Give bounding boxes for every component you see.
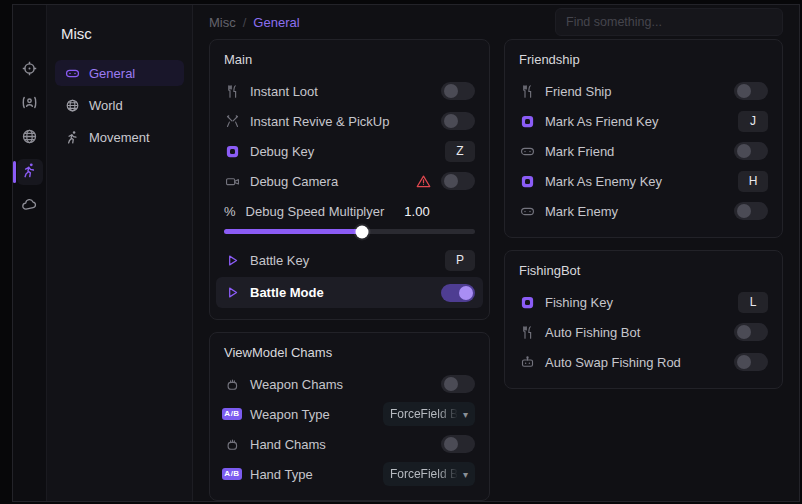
settings-columns: Main Instant Loot Instant Revive & PickU… xyxy=(209,39,783,501)
camera-icon xyxy=(519,354,535,370)
sidebar-item-label: Movement xyxy=(89,130,150,145)
gamepad-icon xyxy=(519,203,535,219)
rail-item-players[interactable] xyxy=(17,91,43,117)
main-area: Misc / General Main Instant Loot xyxy=(193,5,799,501)
group-viewmodel-chams: ViewModel Chams Weapon Chams A/B Weapon … xyxy=(209,332,490,501)
setting-label: Instant Revive & PickUp xyxy=(250,114,389,129)
runner-icon xyxy=(65,130,80,145)
speed-slider[interactable] xyxy=(224,229,475,234)
setting-label: Weapon Chams xyxy=(250,377,343,392)
ab-select-icon: A/B xyxy=(224,466,240,482)
toggle[interactable] xyxy=(734,353,768,371)
setting-label: Debug Key xyxy=(250,144,314,159)
setting-row-friend-ship: Friend Ship xyxy=(516,76,771,106)
setting-row-mark-enemy: Mark Enemy xyxy=(516,196,771,226)
globe-icon xyxy=(65,98,80,113)
group-title: FishingBot xyxy=(519,263,768,278)
sidebar-title: Misc xyxy=(61,25,178,42)
setting-label: Battle Mode xyxy=(250,285,324,300)
slider-value: 1.00 xyxy=(404,204,429,219)
toggle[interactable] xyxy=(441,375,475,393)
breadcrumb-root[interactable]: Misc xyxy=(209,15,236,30)
left-column: Main Instant Loot Instant Revive & PickU… xyxy=(209,39,490,501)
icon-rail xyxy=(13,5,47,501)
setting-row-instant-revive: Instant Revive & PickUp xyxy=(221,106,478,136)
chevron-down-icon: ▾ xyxy=(463,469,468,480)
breadcrumb-separator: / xyxy=(243,15,247,30)
setting-row-battle-key: Battle Key P xyxy=(221,245,478,275)
group-friendship: Friendship Friend Ship Mark As Friend Ke… xyxy=(504,39,783,238)
rail-item-world[interactable] xyxy=(17,125,43,151)
rail-item-configs[interactable] xyxy=(17,193,43,219)
dropdown-value: ForceField B xyxy=(390,467,458,481)
breadcrumb-current[interactable]: General xyxy=(253,15,299,30)
setting-row-debug-speed: % Debug Speed Multiplyer 1.00 xyxy=(221,196,478,245)
sidebar: Misc General World Movement xyxy=(47,5,193,501)
revive-icon xyxy=(224,113,240,129)
toggle[interactable] xyxy=(441,284,475,302)
setting-row-battle-mode: Battle Mode xyxy=(216,277,483,308)
group-fishingbot: FishingBot Fishing Key L Auto Fishing Bo… xyxy=(504,250,783,389)
keyboard-icon xyxy=(519,294,535,310)
keybind-badge[interactable]: L xyxy=(738,292,768,313)
setting-row-auto-swap-rod: Auto Swap Fishing Rod xyxy=(516,347,771,377)
ab-select-icon: A/B xyxy=(224,406,240,422)
setting-label: Fishing Key xyxy=(545,295,613,310)
sidebar-item-general[interactable]: General xyxy=(55,60,184,86)
setting-row-mark-friend-key: Mark As Friend Key J xyxy=(516,106,771,136)
utensils-icon xyxy=(519,83,535,99)
setting-label: Debug Speed Multiplyer xyxy=(246,204,385,219)
keybind-badge[interactable]: H xyxy=(738,171,768,192)
keybind-badge[interactable]: J xyxy=(738,111,768,132)
breadcrumb: Misc / General xyxy=(209,15,300,30)
setting-label: Hand Chams xyxy=(250,437,326,452)
group-title: Friendship xyxy=(519,52,768,67)
keyboard-icon xyxy=(224,143,240,159)
setting-label: Hand Type xyxy=(250,467,313,482)
keybind-badge[interactable]: Z xyxy=(445,141,475,162)
right-column: Friendship Friend Ship Mark As Friend Ke… xyxy=(504,39,783,389)
utensils-icon xyxy=(224,83,240,99)
setting-row-debug-camera: Debug Camera xyxy=(221,166,478,196)
toggle[interactable] xyxy=(441,172,475,190)
app-window: Misc General World Movement Misc / Gener… xyxy=(12,4,800,502)
setting-row-fishing-key: Fishing Key L xyxy=(516,287,771,317)
toggle[interactable] xyxy=(441,112,475,130)
slider-thumb[interactable] xyxy=(356,225,369,238)
search-input[interactable] xyxy=(555,8,783,36)
setting-row-hand-type: A/B Hand Type ForceField B ▾ xyxy=(221,459,478,489)
keyboard-icon xyxy=(519,173,535,189)
weapon-type-dropdown[interactable]: ForceField B ▾ xyxy=(383,402,475,426)
chevron-down-icon: ▾ xyxy=(463,409,468,420)
sidebar-item-world[interactable]: World xyxy=(55,92,184,118)
sidebar-item-label: General xyxy=(89,66,135,81)
keyboard-icon xyxy=(519,113,535,129)
group-title: ViewModel Chams xyxy=(224,345,475,360)
sidebar-item-movement[interactable]: Movement xyxy=(55,124,184,150)
rail-item-aim[interactable] xyxy=(17,57,43,83)
setting-row-instant-loot: Instant Loot xyxy=(221,76,478,106)
toggle[interactable] xyxy=(734,82,768,100)
toggle[interactable] xyxy=(734,202,768,220)
toggle[interactable] xyxy=(441,435,475,453)
play-icon xyxy=(224,252,240,268)
setting-label: Mark As Enemy Key xyxy=(545,174,662,189)
cloud-icon xyxy=(21,196,38,217)
setting-row-weapon-type: A/B Weapon Type ForceField B ▾ xyxy=(221,399,478,429)
percent-icon: % xyxy=(224,204,236,219)
toggle[interactable] xyxy=(734,142,768,160)
setting-label: Weapon Type xyxy=(250,407,330,422)
setting-row-debug-key: Debug Key Z xyxy=(221,136,478,166)
gamepad-icon xyxy=(65,66,80,81)
toggle[interactable] xyxy=(734,323,768,341)
rail-item-misc[interactable] xyxy=(17,159,43,185)
hand-type-dropdown[interactable]: ForceField B ▾ xyxy=(383,462,475,486)
keybind-badge[interactable]: P xyxy=(445,250,475,271)
setting-label: Auto Fishing Bot xyxy=(545,325,640,340)
crosshair-icon xyxy=(21,60,38,81)
utensils-icon xyxy=(519,324,535,340)
setting-row-auto-fishing-bot: Auto Fishing Bot xyxy=(516,317,771,347)
group-title: Main xyxy=(224,52,475,67)
sidebar-item-label: World xyxy=(89,98,123,113)
toggle[interactable] xyxy=(441,82,475,100)
